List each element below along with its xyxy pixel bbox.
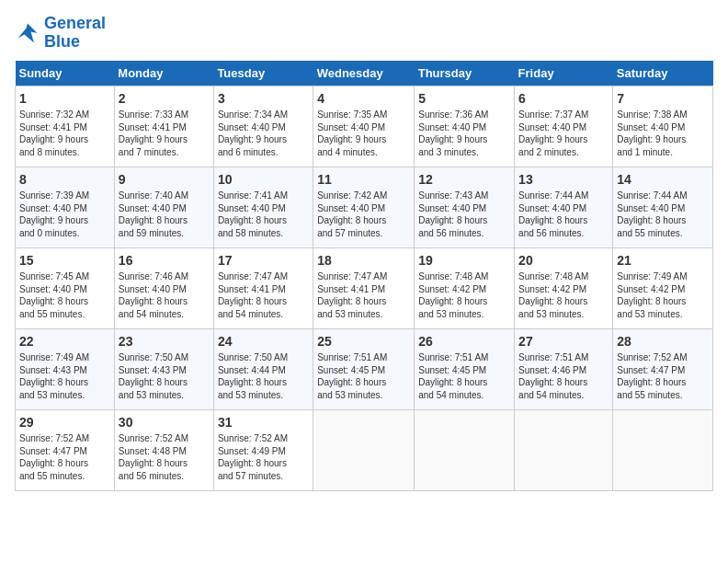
calendar-cell: 12Sunrise: 7:43 AM Sunset: 4:40 PM Dayli… (415, 167, 515, 247)
day-info: Sunrise: 7:41 AM Sunset: 4:40 PM Dayligh… (218, 190, 309, 239)
calendar-cell: 6Sunrise: 7:37 AM Sunset: 4:40 PM Daylig… (515, 86, 613, 167)
day-number: 6 (518, 90, 609, 109)
week-row-5: 29Sunrise: 7:52 AM Sunset: 4:47 PM Dayli… (16, 409, 713, 490)
week-row-1: 1Sunrise: 7:32 AM Sunset: 4:41 PM Daylig… (16, 86, 713, 167)
day-info: Sunrise: 7:34 AM Sunset: 4:40 PM Dayligh… (218, 109, 309, 158)
day-number: 15 (19, 252, 110, 270)
day-number: 21 (617, 252, 709, 270)
column-header-saturday: Saturday (613, 61, 713, 86)
day-info: Sunrise: 7:48 AM Sunset: 4:42 PM Dayligh… (518, 270, 609, 320)
day-number: 8 (19, 171, 110, 190)
calendar-cell: 20Sunrise: 7:48 AM Sunset: 4:42 PM Dayli… (515, 247, 613, 328)
day-number: 28 (617, 333, 709, 351)
calendar-cell (415, 409, 515, 490)
day-info: Sunrise: 7:44 AM Sunset: 4:40 PM Dayligh… (617, 190, 709, 239)
day-info: Sunrise: 7:49 AM Sunset: 4:43 PM Dayligh… (19, 351, 110, 401)
column-header-sunday: Sunday (16, 61, 115, 86)
calendar-cell: 25Sunrise: 7:51 AM Sunset: 4:45 PM Dayli… (313, 328, 415, 409)
day-info: Sunrise: 7:51 AM Sunset: 4:46 PM Dayligh… (518, 351, 609, 401)
calendar-cell: 3Sunrise: 7:34 AM Sunset: 4:40 PM Daylig… (213, 86, 313, 167)
day-info: Sunrise: 7:50 AM Sunset: 4:43 PM Dayligh… (119, 351, 210, 401)
day-info: Sunrise: 7:52 AM Sunset: 4:47 PM Dayligh… (617, 351, 709, 401)
calendar-cell: 29Sunrise: 7:52 AM Sunset: 4:47 PM Dayli… (16, 409, 115, 490)
day-number: 25 (317, 333, 410, 351)
svg-marker-0 (18, 23, 38, 42)
column-header-wednesday: Wednesday (313, 61, 415, 86)
calendar-cell: 23Sunrise: 7:50 AM Sunset: 4:43 PM Dayli… (114, 328, 213, 409)
week-row-3: 15Sunrise: 7:45 AM Sunset: 4:40 PM Dayli… (16, 247, 713, 328)
day-number: 1 (19, 90, 110, 109)
day-info: Sunrise: 7:44 AM Sunset: 4:40 PM Dayligh… (518, 190, 609, 239)
day-number: 19 (418, 252, 510, 270)
calendar-cell: 1Sunrise: 7:32 AM Sunset: 4:41 PM Daylig… (16, 86, 115, 167)
calendar-cell: 14Sunrise: 7:44 AM Sunset: 4:40 PM Dayli… (613, 167, 713, 247)
calendar-cell: 2Sunrise: 7:33 AM Sunset: 4:41 PM Daylig… (114, 86, 213, 167)
day-info: Sunrise: 7:36 AM Sunset: 4:40 PM Dayligh… (418, 109, 510, 158)
calendar-cell: 11Sunrise: 7:42 AM Sunset: 4:40 PM Dayli… (313, 167, 415, 247)
day-number: 2 (119, 90, 210, 109)
calendar-cell: 17Sunrise: 7:47 AM Sunset: 4:41 PM Dayli… (213, 247, 313, 328)
day-info: Sunrise: 7:42 AM Sunset: 4:40 PM Dayligh… (317, 190, 410, 239)
day-number: 3 (218, 90, 309, 109)
calendar-body: 1Sunrise: 7:32 AM Sunset: 4:41 PM Daylig… (16, 86, 713, 490)
page-container: GeneralBlue SundayMondayTuesdayWednesday… (0, 0, 728, 500)
calendar-header: SundayMondayTuesdayWednesdayThursdayFrid… (16, 61, 713, 86)
day-number: 13 (518, 171, 609, 190)
calendar-cell: 15Sunrise: 7:45 AM Sunset: 4:40 PM Dayli… (16, 247, 115, 328)
day-info: Sunrise: 7:49 AM Sunset: 4:42 PM Dayligh… (617, 270, 709, 320)
day-number: 10 (218, 171, 309, 190)
calendar-cell: 4Sunrise: 7:35 AM Sunset: 4:40 PM Daylig… (313, 86, 415, 167)
day-info: Sunrise: 7:52 AM Sunset: 4:49 PM Dayligh… (218, 432, 309, 482)
calendar-cell: 21Sunrise: 7:49 AM Sunset: 4:42 PM Dayli… (613, 247, 713, 328)
day-number: 26 (418, 333, 510, 351)
page-header: GeneralBlue (15, 15, 713, 52)
calendar-cell: 7Sunrise: 7:38 AM Sunset: 4:40 PM Daylig… (613, 86, 713, 167)
week-row-2: 8Sunrise: 7:39 AM Sunset: 4:40 PM Daylig… (16, 167, 713, 247)
day-info: Sunrise: 7:48 AM Sunset: 4:42 PM Dayligh… (418, 270, 510, 320)
day-number: 16 (119, 252, 210, 270)
calendar-cell (613, 409, 713, 490)
calendar-cell: 10Sunrise: 7:41 AM Sunset: 4:40 PM Dayli… (213, 167, 313, 247)
calendar-cell (313, 409, 415, 490)
calendar-table: SundayMondayTuesdayWednesdayThursdayFrid… (15, 61, 713, 491)
day-number: 18 (317, 252, 410, 270)
calendar-cell: 28Sunrise: 7:52 AM Sunset: 4:47 PM Dayli… (613, 328, 713, 409)
calendar-cell: 9Sunrise: 7:40 AM Sunset: 4:40 PM Daylig… (114, 167, 213, 247)
calendar-cell: 30Sunrise: 7:52 AM Sunset: 4:48 PM Dayli… (114, 409, 213, 490)
column-header-tuesday: Tuesday (213, 61, 313, 86)
day-info: Sunrise: 7:47 AM Sunset: 4:41 PM Dayligh… (317, 270, 410, 320)
day-number: 12 (418, 171, 510, 190)
calendar-cell: 5Sunrise: 7:36 AM Sunset: 4:40 PM Daylig… (415, 86, 515, 167)
day-number: 24 (218, 333, 309, 351)
day-number: 27 (518, 333, 609, 351)
calendar-cell: 22Sunrise: 7:49 AM Sunset: 4:43 PM Dayli… (16, 328, 115, 409)
day-number: 22 (19, 333, 110, 351)
day-info: Sunrise: 7:45 AM Sunset: 4:40 PM Dayligh… (19, 270, 110, 320)
calendar-cell: 16Sunrise: 7:46 AM Sunset: 4:40 PM Dayli… (114, 247, 213, 328)
day-info: Sunrise: 7:51 AM Sunset: 4:45 PM Dayligh… (317, 351, 410, 401)
calendar-cell: 31Sunrise: 7:52 AM Sunset: 4:49 PM Dayli… (213, 409, 313, 490)
calendar-cell: 27Sunrise: 7:51 AM Sunset: 4:46 PM Dayli… (515, 328, 613, 409)
day-info: Sunrise: 7:32 AM Sunset: 4:41 PM Dayligh… (19, 109, 110, 158)
logo: GeneralBlue (15, 15, 106, 52)
day-info: Sunrise: 7:37 AM Sunset: 4:40 PM Dayligh… (518, 109, 609, 158)
week-row-4: 22Sunrise: 7:49 AM Sunset: 4:43 PM Dayli… (16, 328, 713, 409)
day-info: Sunrise: 7:50 AM Sunset: 4:44 PM Dayligh… (218, 351, 309, 401)
day-info: Sunrise: 7:51 AM Sunset: 4:45 PM Dayligh… (418, 351, 510, 401)
calendar-cell: 26Sunrise: 7:51 AM Sunset: 4:45 PM Dayli… (415, 328, 515, 409)
logo-text: GeneralBlue (44, 15, 106, 52)
day-info: Sunrise: 7:38 AM Sunset: 4:40 PM Dayligh… (617, 109, 709, 158)
day-number: 11 (317, 171, 410, 190)
day-number: 20 (518, 252, 609, 270)
day-number: 17 (218, 252, 309, 270)
calendar-cell (515, 409, 613, 490)
day-number: 29 (19, 414, 110, 432)
day-number: 5 (418, 90, 510, 109)
day-info: Sunrise: 7:52 AM Sunset: 4:47 PM Dayligh… (19, 432, 110, 482)
day-number: 31 (218, 414, 309, 432)
calendar-cell: 8Sunrise: 7:39 AM Sunset: 4:40 PM Daylig… (16, 167, 115, 247)
day-info: Sunrise: 7:33 AM Sunset: 4:41 PM Dayligh… (119, 109, 210, 158)
calendar-cell: 18Sunrise: 7:47 AM Sunset: 4:41 PM Dayli… (313, 247, 415, 328)
day-info: Sunrise: 7:40 AM Sunset: 4:40 PM Dayligh… (119, 190, 210, 239)
day-number: 30 (119, 414, 210, 432)
